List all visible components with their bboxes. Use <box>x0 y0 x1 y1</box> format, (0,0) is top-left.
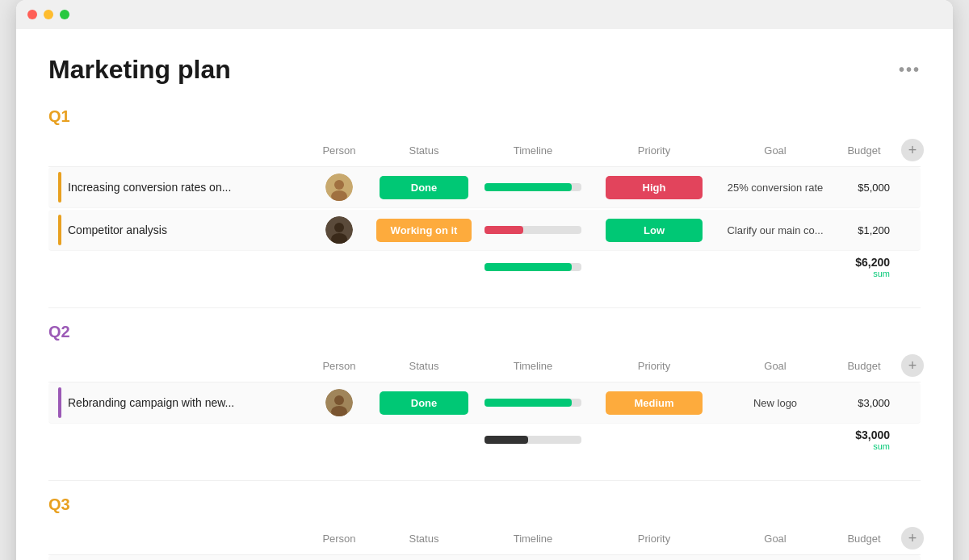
col-person-q2: Person <box>307 360 371 372</box>
sum-budget-q1: $6,200 sum <box>832 256 896 278</box>
task-name-q1-1: Increasing conversion rates on... <box>48 172 307 203</box>
add-row-button-q2[interactable]: + <box>901 354 924 377</box>
sum-budget-q2: $3,000 sum <box>832 428 896 451</box>
titlebar <box>16 0 953 29</box>
section-q3: Q3 Person Status Timeline Priority Goal … <box>48 495 921 560</box>
col-priority-q1: Priority <box>589 144 719 157</box>
section-title-q3: Q3 <box>48 495 921 514</box>
maximize-dot[interactable] <box>60 10 69 19</box>
task-name-q1-2: Competitor analysis <box>48 215 307 245</box>
page-title-row: Marketing plan ••• <box>48 55 921 85</box>
add-row-button-q1[interactable]: + <box>901 139 924 161</box>
section-q1: Q1 Person Status Timeline Priority Goal … <box>48 107 921 285</box>
col-goal-q3: Goal <box>719 533 832 545</box>
section-q2: Q2 Person Status Timeline Priority Goal … <box>48 323 921 458</box>
col-status-q2: Status <box>371 360 476 372</box>
timeline-fill-q1-2 <box>484 226 523 234</box>
col-person-q3: Person <box>307 533 371 545</box>
avatar-q1-2 <box>307 216 371 244</box>
sum-row-q1: $6,200 sum <box>48 253 921 285</box>
sum-timeline-q1 <box>476 263 589 271</box>
avatar-icon-q2-1 <box>325 389 353 416</box>
table-header-q1: Person Status Timeline Priority Goal Bud… <box>48 134 921 167</box>
col-timeline-q3: Timeline <box>476 533 589 545</box>
col-budget-q2: Budget <box>832 360 896 372</box>
avatar-q1-1 <box>307 173 371 201</box>
table-row: Increasing conversion rates on... Done <box>48 167 921 208</box>
timeline-fill-q1-1 <box>484 183 572 191</box>
timeline-bar-q2-1 <box>484 399 581 407</box>
task-border-q1-1 <box>58 172 61 203</box>
timeline-q1-2 <box>476 226 589 234</box>
timeline-q1-1 <box>476 183 589 191</box>
priority-badge-q1-1: High <box>606 176 703 199</box>
status-q1-2: Working on it <box>371 219 476 242</box>
table-row: Homepage re-launch Working on it <box>48 555 921 560</box>
col-budget-q3: Budget <box>832 533 896 545</box>
col-add-q1: + <box>896 139 929 161</box>
timeline-q2-1 <box>476 399 589 407</box>
priority-badge-q2-1: Medium <box>606 391 703 415</box>
section-title-q1: Q1 <box>48 107 921 126</box>
col-goal-q2: Goal <box>719 360 832 372</box>
avatar-icon-q1-1 <box>325 173 353 201</box>
svg-point-4 <box>334 223 344 232</box>
timeline-bg-q1-2 <box>484 226 581 234</box>
budget-q2-1: $3,000 <box>832 397 896 409</box>
priority-badge-q1-2: Low <box>606 219 703 242</box>
col-priority-q3: Priority <box>589 533 719 545</box>
close-dot[interactable] <box>27 10 37 19</box>
budget-q1-2: $1,200 <box>832 224 896 236</box>
avatar-icon-q1-2 <box>325 216 353 244</box>
priority-q1-1: High <box>589 176 719 199</box>
svg-point-7 <box>334 395 344 405</box>
col-add-q3: + <box>896 527 929 550</box>
status-badge-q1-2: Working on it <box>376 219 472 242</box>
sum-timeline-q2 <box>476 436 589 444</box>
sum-timeline-bar-q1 <box>484 263 581 271</box>
col-status-q3: Status <box>371 533 476 545</box>
task-border-q2-1 <box>58 387 61 418</box>
section-title-q2: Q2 <box>48 323 921 341</box>
col-add-q2: + <box>896 354 929 377</box>
more-button[interactable]: ••• <box>899 61 921 79</box>
avatar-q2-1 <box>307 389 371 416</box>
svg-point-1 <box>334 180 344 190</box>
status-q2-1: Done <box>371 391 476 415</box>
col-person-q1: Person <box>307 144 371 157</box>
table-row: Rebranding campaign with new... Done <box>48 382 921 424</box>
task-name-q2-1: Rebranding campaign with new... <box>48 387 307 418</box>
col-priority-q2: Priority <box>589 360 719 372</box>
table-header-q2: Person Status Timeline Priority Goal Bud… <box>48 349 921 382</box>
col-goal-q1: Goal <box>719 144 832 157</box>
main-content: Marketing plan ••• Q1 Person Status Time… <box>16 29 953 560</box>
task-border-q1-2 <box>58 215 61 245</box>
table-header-q3: Person Status Timeline Priority Goal Bud… <box>48 522 921 555</box>
priority-q1-2: Low <box>589 219 719 242</box>
timeline-bg-q1-1 <box>484 183 581 191</box>
sum-row-q2: $3,000 sum <box>48 425 921 458</box>
col-status-q1: Status <box>371 144 476 157</box>
col-timeline-q1: Timeline <box>476 144 589 157</box>
timeline-bar-q1-1 <box>484 183 581 191</box>
col-timeline-q2: Timeline <box>476 360 589 372</box>
minimize-dot[interactable] <box>44 10 53 19</box>
page-title: Marketing plan <box>48 55 231 85</box>
budget-q1-1: $5,000 <box>832 182 896 194</box>
goal-q1-1: 25% conversion rate <box>719 182 832 194</box>
goal-q2-1: New logo <box>719 397 832 409</box>
priority-q2-1: Medium <box>589 391 719 415</box>
timeline-bar-q1-2 <box>484 226 581 234</box>
table-row: Competitor analysis Working on it <box>48 210 921 251</box>
divider-q1q2 <box>48 307 921 308</box>
goal-q1-2: Clarify our main co... <box>719 224 832 236</box>
status-badge-q2-1: Done <box>380 391 468 415</box>
col-budget-q1: Budget <box>832 144 896 157</box>
app-window: Marketing plan ••• Q1 Person Status Time… <box>16 0 953 560</box>
status-q1-1: Done <box>371 176 476 199</box>
divider-q2q3 <box>48 480 921 481</box>
add-row-button-q3[interactable]: + <box>901 527 924 550</box>
status-badge-q1-1: Done <box>380 176 468 199</box>
